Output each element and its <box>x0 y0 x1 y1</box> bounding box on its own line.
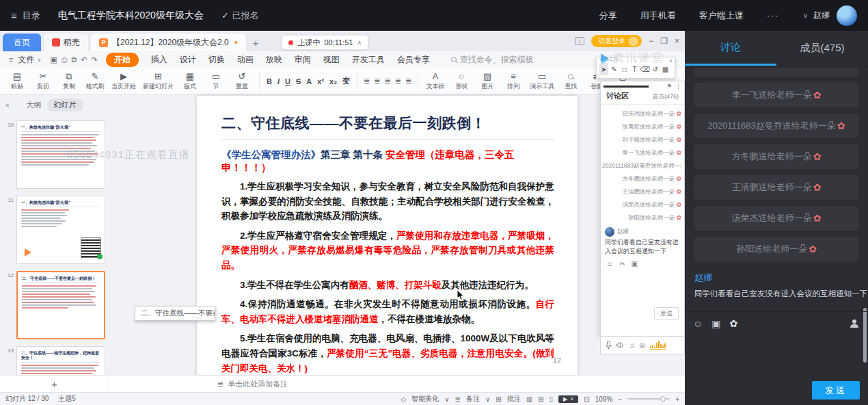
more-button[interactable]: ··· <box>767 10 780 21</box>
slideshow-button[interactable]: ▶ ∨ <box>558 395 578 403</box>
undo-icon[interactable]: ↶ <box>81 55 87 64</box>
align-left-icon[interactable]: ≣ <box>364 77 370 86</box>
image-icon[interactable]: ▣ <box>711 318 720 329</box>
zoom-level[interactable]: 109% <box>595 395 613 403</box>
notes-toggle-label[interactable]: 备注 <box>466 394 480 404</box>
menu-1[interactable]: 插入 <box>151 54 167 66</box>
tab-docer[interactable]: 稻壳 <box>44 34 88 51</box>
notes-toggle-icon[interactable]: ≣ <box>455 395 461 403</box>
menu-7[interactable]: 视图 <box>323 54 340 66</box>
undo-icon[interactable]: ↺ <box>651 63 660 75</box>
tab-document[interactable]: P【2021.12】2020级年级大会2.0• <box>91 34 246 51</box>
current-slide[interactable]: 二、守住底线——不要在最后一刻跌倒！ 《学生公寓管理办法》第三章 第十条 安全管… <box>197 96 578 380</box>
zoom-out-icon[interactable]: − <box>618 395 622 403</box>
minimize-button[interactable]: − <box>649 36 653 46</box>
ribbon-left-6[interactable]: ▦版式 <box>180 72 200 91</box>
tab-home[interactable]: 首页 <box>3 34 41 51</box>
view-teacher-only-icon[interactable] <box>850 319 860 328</box>
thumbnail-slide-11[interactable]: 11一、构筑电信诈骗“防火墙” <box>4 196 105 264</box>
beautify-icon[interactable]: ◇ <box>401 395 407 403</box>
image-icon[interactable]: ▣ <box>632 260 638 267</box>
ribbon-left-5[interactable]: ⊞新建幻灯片 <box>143 72 174 91</box>
annotation-toolbar[interactable]: 画板工具 × ➤✎□T⌫↺▦ <box>596 57 675 79</box>
command-search[interactable]: 查找命令、搜索模板 <box>451 54 534 66</box>
menu-9[interactable]: 会员专享 <box>397 54 430 66</box>
tab-members-inner[interactable]: 成员(476) <box>652 92 679 101</box>
window-icon[interactable]: 1 <box>575 37 584 45</box>
thumbnail-preview[interactable]: 二、守住底线——恪守法规纪律，纪律就是安全！ <box>16 346 105 375</box>
collapse-pane-icon[interactable]: « <box>5 101 10 109</box>
ribbon-left-4[interactable]: ▶当页开始 <box>111 72 136 91</box>
font-control-A[interactable]: A <box>306 77 312 86</box>
ribbon-left-8[interactable]: ↺重置 <box>232 72 252 91</box>
menu-4[interactable]: 动画 <box>237 54 254 66</box>
ribbon-left-2[interactable]: ⧉复制 <box>59 72 79 91</box>
ribbon-right-5[interactable]: 查找 <box>561 72 580 91</box>
watch-on-phone-button[interactable]: 用手机看 <box>640 10 676 22</box>
menu-2[interactable]: 设计 <box>180 54 196 66</box>
music-icon[interactable]: ♫ <box>629 341 635 349</box>
record-icon[interactable]: ◎ <box>640 341 646 349</box>
normal-view-icon[interactable]: ▥ <box>526 395 532 403</box>
comment-icon[interactable]: ⊞ <box>496 395 501 403</box>
thumbnail-preview[interactable]: 二、守住底线——不要在最后一刻跌倒！ <box>16 271 105 339</box>
font-control-B[interactable]: B <box>267 77 272 86</box>
tab-slides[interactable]: 幻灯片 <box>47 99 83 112</box>
font-control-U[interactable]: U <box>285 77 290 86</box>
cursor-icon[interactable]: ➤ <box>599 63 608 75</box>
play-slide-icon[interactable] <box>25 248 31 257</box>
emoji-icon[interactable]: ☺ <box>606 260 613 267</box>
file-menu[interactable]: ≡文件∨ <box>7 54 41 66</box>
send-button[interactable]: 发送 <box>812 381 860 400</box>
pin-icon[interactable]: ⚑ <box>666 83 672 90</box>
eraser-icon[interactable]: ⌫ <box>640 63 649 75</box>
thumbnail-preview[interactable]: 一、构筑电信诈骗“防火墙” <box>16 120 105 189</box>
hamburger-icon[interactable]: ≡ <box>11 10 17 21</box>
user-menu[interactable]: ∨ 赵娜 <box>803 10 830 21</box>
user-avatar[interactable] <box>837 5 857 26</box>
font-control-x₂[interactable]: x₂ <box>329 77 337 86</box>
menu-0[interactable]: 开始 <box>106 53 139 67</box>
reading-view-icon[interactable]: ▯ <box>550 395 554 403</box>
ribbon-left-0[interactable]: ▤粘贴 <box>8 72 27 91</box>
redo-icon[interactable]: ↷ <box>92 55 98 64</box>
font-control-x²[interactable]: x² <box>317 77 324 86</box>
align-center-icon[interactable]: ≣ <box>374 77 380 86</box>
board-icon[interactable]: ▦ <box>661 63 670 75</box>
close-button[interactable]: × <box>675 36 679 46</box>
font-control-变[interactable]: 变 <box>342 76 350 86</box>
close-icon[interactable]: × <box>669 57 673 64</box>
new-tab-button[interactable]: + <box>253 37 259 49</box>
restore-button[interactable]: ❐ <box>660 36 668 46</box>
save-icon[interactable]: ▣ <box>50 55 57 64</box>
zoom-slider-knob[interactable] <box>660 396 666 402</box>
ribbon-right-3[interactable]: ≡排列 <box>504 72 523 91</box>
recording-status-pill[interactable]: 上课中 00:11:51 ∧ <box>282 35 368 50</box>
rect-icon[interactable]: □ <box>620 63 629 75</box>
menu-3[interactable]: 切换 <box>208 54 225 66</box>
fit-window-icon[interactable]: ⊡ <box>584 395 589 403</box>
tab-outline[interactable]: 大纲 <box>27 100 42 110</box>
tab-members[interactable]: 成员(475) <box>776 31 868 66</box>
discussion-message-list[interactable]: 田沛鸿送给老师一朵 ✿张素煜送给老师一朵 ✿刘子曦送给老师一朵 ✿李一飞送给老师… <box>601 105 684 224</box>
preview-icon[interactable]: ⧉ <box>72 55 77 64</box>
align-right-icon[interactable]: ≣ <box>385 77 391 86</box>
screenshot-icon[interactable]: ✂ <box>619 260 625 267</box>
ribbon-left-1[interactable]: ✂剪切 <box>33 72 53 91</box>
text-icon[interactable]: T <box>630 63 639 75</box>
toc-button[interactable]: 目录 <box>23 10 40 22</box>
font-control-I[interactable]: I <box>277 77 280 86</box>
slide-sorter-icon[interactable]: ⊞ <box>538 395 543 403</box>
pen-icon[interactable]: ✎ <box>610 63 619 75</box>
ribbon-left-3[interactable]: ✎格式刷 <box>85 72 105 91</box>
menu-8[interactable]: 开发工具 <box>352 54 385 66</box>
thumbnail-slide-10[interactable]: 10一、构筑电信诈骗“防火墙” <box>4 120 105 189</box>
zoom-slider[interactable] <box>627 398 670 400</box>
notes-bar[interactable]: + ≣单击此处添加备注 <box>0 375 685 392</box>
more-vertical-icon[interactable]: ⋮ <box>675 83 681 90</box>
emoji-icon[interactable]: ☺ <box>693 318 703 329</box>
thumbnail-slide-13[interactable]: 13二、守住底线——恪守法规纪律，纪律就是安全！ <box>4 346 105 375</box>
inner-send-button[interactable]: 发送 <box>654 307 679 320</box>
flower-gift-icon[interactable]: ✿ <box>730 318 738 329</box>
zoom-in-icon[interactable]: + <box>675 395 679 403</box>
